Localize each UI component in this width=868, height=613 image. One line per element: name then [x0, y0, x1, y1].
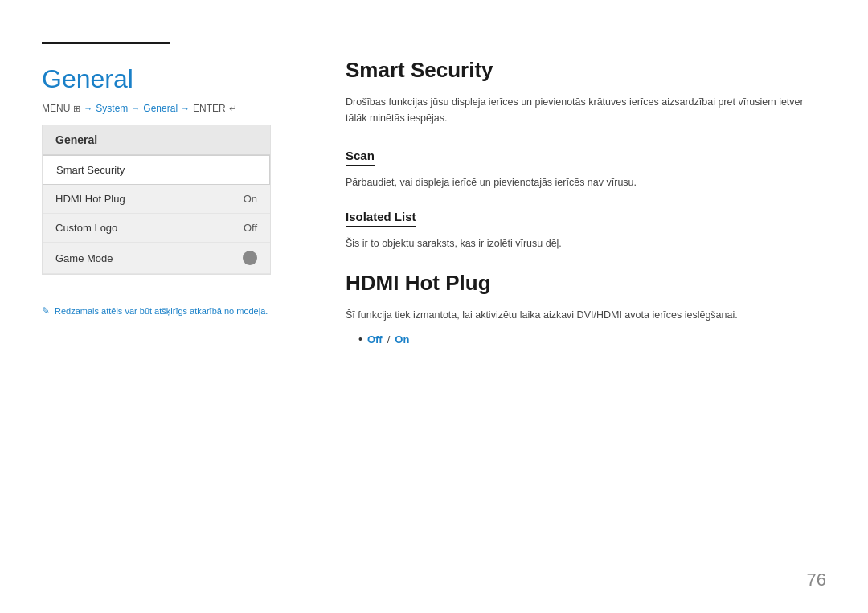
hdmi-options: Off / On — [346, 333, 826, 345]
hdmi-hot-plug-value: On — [244, 193, 257, 205]
footnote-icon: ✎ — [42, 305, 50, 317]
top-bar — [42, 42, 826, 44]
breadcrumb-enter: ENTER — [193, 103, 226, 114]
hdmi-title: HDMI Hot Plug — [346, 271, 826, 296]
scan-title: Scan — [346, 149, 375, 166]
hdmi-option-slash: / — [387, 333, 391, 345]
top-bar-right — [170, 43, 826, 43]
smart-security-label: Smart Security — [56, 164, 125, 176]
breadcrumb-system: System — [96, 103, 128, 114]
right-content: Smart Security Drošības funkcijas jūsu d… — [346, 58, 826, 345]
breadcrumb-general: General — [143, 103, 178, 114]
isolated-list-section: Isolated List Šis ir to objektu saraksts… — [346, 210, 826, 251]
custom-logo-value: Off — [244, 222, 257, 234]
hdmi-description: Šī funkcija tiek izmantota, lai aktivizē… — [346, 307, 826, 323]
left-panel: General Smart Security HDMI Hot Plug On … — [42, 125, 271, 275]
hdmi-option-off: Off — [367, 333, 383, 345]
hdmi-option-on: On — [395, 333, 409, 345]
isolated-list-description: Šis ir to objektu saraksts, kas ir izolē… — [346, 235, 826, 251]
top-bar-left — [42, 42, 170, 44]
footnote: ✎ Redzamais attēls var būt atšķirīgs atk… — [42, 305, 268, 317]
menu-item-custom-logo[interactable]: Custom Logo Off — [43, 214, 270, 243]
breadcrumb-menu: MENU — [42, 103, 70, 114]
enter-icon: ↵ — [229, 103, 237, 114]
footnote-text: Redzamais attēls var būt atšķirīgs atkar… — [55, 306, 268, 316]
left-panel-header: General — [43, 125, 270, 155]
hdmi-section: HDMI Hot Plug Šī funkcija tiek izmantota… — [346, 271, 826, 345]
breadcrumb: MENU ⊞ → System → General → ENTER ↵ — [42, 103, 237, 114]
smart-security-title: Smart Security — [346, 58, 826, 83]
breadcrumb-arrow3: → — [181, 104, 190, 113]
game-mode-toggle[interactable] — [243, 251, 257, 265]
scan-section: Scan Pārbaudiet, vai displeja ierīcē un … — [346, 149, 826, 190]
custom-logo-label: Custom Logo — [55, 222, 117, 234]
menu-item-hdmi-hot-plug[interactable]: HDMI Hot Plug On — [43, 185, 270, 214]
menu-item-game-mode[interactable]: Game Mode — [43, 243, 270, 274]
smart-security-description: Drošības funkcijas jūsu displeja ierīces… — [346, 94, 826, 126]
menu-icon: ⊞ — [73, 104, 80, 114]
breadcrumb-arrow1: → — [84, 104, 92, 113]
isolated-list-title: Isolated List — [346, 210, 416, 227]
page-title: General — [42, 64, 133, 94]
hdmi-hot-plug-label: HDMI Hot Plug — [55, 193, 125, 205]
breadcrumb-arrow2: → — [131, 104, 140, 113]
menu-item-smart-security[interactable]: Smart Security — [43, 155, 270, 185]
scan-description: Pārbaudiet, vai displeja ierīcē un pievi… — [346, 174, 826, 190]
game-mode-label: Game Mode — [55, 252, 113, 264]
page-number: 76 — [807, 570, 826, 591]
